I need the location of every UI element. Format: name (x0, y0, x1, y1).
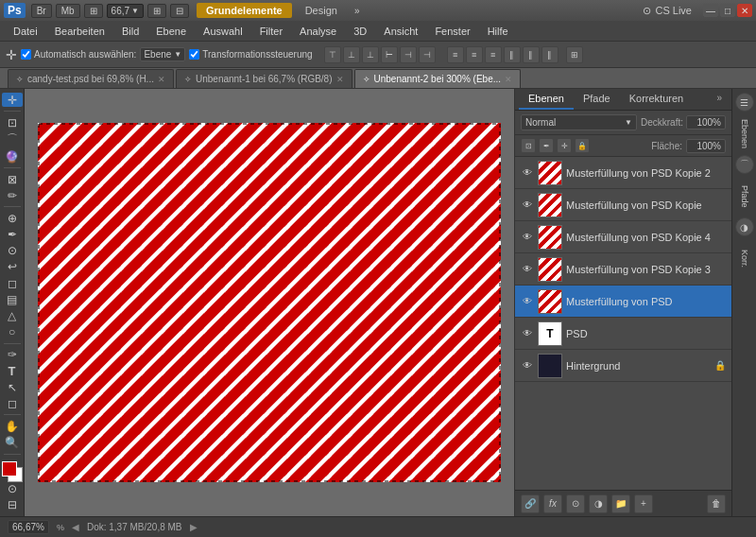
crop-tool[interactable]: ⊠ (2, 172, 23, 186)
menu-ansicht[interactable]: Ansicht (376, 24, 425, 39)
minimize-btn[interactable]: — (703, 4, 718, 17)
transform-input[interactable] (189, 49, 199, 60)
design-btn[interactable]: Design (296, 3, 347, 18)
align-vcenter-icon[interactable]: ⊥ (343, 46, 360, 63)
icon-box-1[interactable]: ⊞ (84, 4, 103, 18)
shape-tool[interactable]: ◻ (2, 396, 23, 410)
layer-item-4[interactable]: 👁 Musterfüllung von PSD (515, 286, 731, 318)
mask-btn[interactable]: ⊙ (566, 494, 585, 513)
layer-5-eye[interactable]: 👁 (521, 327, 534, 340)
lock-pixels-icon[interactable]: ✒ (539, 138, 554, 153)
history-tool[interactable]: ↩ (2, 260, 23, 274)
brush-tool[interactable]: ✒ (2, 227, 23, 241)
auto-select-dropdown[interactable]: Ebene ▼ (140, 47, 185, 61)
fill-value[interactable]: 100% (686, 139, 726, 153)
screen-mode-btn[interactable]: ⊟ (2, 498, 23, 512)
align-bottom-icon[interactable]: ⊥ (362, 46, 379, 63)
layer-4-eye[interactable]: 👁 (521, 295, 534, 308)
status-zoom-input[interactable]: 66,67% (8, 520, 49, 534)
dist-bottom-icon[interactable]: ≡ (485, 46, 502, 63)
move-tool[interactable]: ✛ (2, 93, 23, 107)
layer-6-eye[interactable]: 👁 (521, 359, 534, 372)
icon-box-3[interactable]: ⊟ (170, 4, 189, 18)
menu-analyse[interactable]: Analyse (292, 24, 344, 39)
type-tool[interactable]: T (2, 364, 23, 378)
fx-btn[interactable]: fx (543, 494, 562, 513)
layer-3-eye[interactable]: 👁 (521, 263, 534, 276)
tab-2[interactable]: ✧ Unbenannt-2 bei 300% (Ebe... ✕ (354, 69, 522, 88)
panel-tab-more[interactable]: » (711, 89, 728, 110)
dock-pfade-btn[interactable]: Pfade (734, 178, 755, 216)
panel-tab-ebenen[interactable]: Ebenen (519, 89, 574, 110)
grundelemente-btn[interactable]: Grundelemente (197, 3, 292, 18)
blur-tool[interactable]: △ (2, 308, 23, 322)
menu-auswahl[interactable]: Auswahl (196, 24, 250, 39)
color-boxes[interactable] (2, 461, 23, 476)
clone-tool[interactable]: ⊙ (2, 244, 23, 258)
menu-ebene[interactable]: Ebene (148, 24, 194, 39)
eyedropper-tool[interactable]: ✏ (2, 188, 23, 202)
auto-select-checkbox[interactable]: Automatisch auswählen: (21, 49, 136, 60)
blend-mode-dropdown[interactable]: Normal ▼ (521, 114, 637, 130)
menu-hilfe[interactable]: Hilfe (480, 24, 516, 39)
layer-0-eye[interactable]: 👁 (521, 166, 534, 180)
lasso-tool[interactable]: ⌒ (2, 131, 23, 147)
delete-layer-btn[interactable]: 🗑 (707, 494, 726, 513)
menu-bearbeiten[interactable]: Bearbeiten (47, 24, 112, 39)
dist-right-icon[interactable]: ∥ (541, 46, 558, 63)
gradient-tool[interactable]: ▤ (2, 292, 23, 306)
eraser-tool[interactable]: ◻ (2, 276, 23, 290)
lock-all-icon[interactable]: 🔒 (575, 138, 590, 153)
marquee-tool[interactable]: ⊡ (2, 115, 23, 130)
quick-mask-btn[interactable]: ⊙ (2, 482, 23, 496)
auto-select-input[interactable] (21, 49, 31, 60)
adjustment-btn[interactable]: ◑ (589, 494, 608, 513)
dist-hcenter-icon[interactable]: ∥ (523, 46, 540, 63)
close-btn[interactable]: ✕ (737, 4, 752, 17)
dock-ebenen-btn[interactable]: Ebenen (734, 115, 755, 153)
more-btn[interactable]: » (351, 4, 364, 18)
align-left-icon[interactable]: ⊢ (381, 46, 398, 63)
layer-item-2[interactable]: 👁 Musterfüllung von PSD Kopie 4 (515, 221, 731, 253)
menu-fenster[interactable]: Fenster (427, 24, 477, 39)
tab-0-close[interactable]: ✕ (158, 75, 165, 84)
layer-2-eye[interactable]: 👁 (521, 231, 534, 244)
tab-1[interactable]: ✧ Unbenannt-1 bei 66,7% (RGB/8) ✕ (176, 69, 352, 88)
tab-2-close[interactable]: ✕ (505, 75, 512, 84)
opacity-value[interactable]: 100% (686, 115, 726, 130)
menu-filter[interactable]: Filter (252, 24, 290, 39)
layer-item-5[interactable]: 👁 T PSD (515, 318, 731, 350)
layer-item-6[interactable]: 👁 Hintergrund 🔒 (515, 350, 731, 382)
pen-tool[interactable]: ✑ (2, 348, 23, 362)
align-top-icon[interactable]: ⊤ (324, 46, 341, 63)
panel-tab-korrekturen[interactable]: Korrekturen (620, 89, 693, 110)
new-layer-btn[interactable]: + (634, 494, 653, 513)
transform-checkbox[interactable]: Transformationssteuerung (189, 49, 312, 60)
auto-align-icon[interactable]: ⊞ (566, 46, 583, 63)
path-select-tool[interactable]: ↖ (2, 380, 23, 394)
quick-select-tool[interactable]: 🔮 (2, 149, 23, 164)
layer-item-1[interactable]: 👁 Musterfüllung von PSD Kopie (515, 189, 731, 221)
panel-tab-pfade[interactable]: Pfade (574, 89, 620, 110)
status-left-arrow[interactable]: ◀ (72, 522, 79, 532)
zoom-tool[interactable]: 🔍 (2, 435, 23, 449)
maximize-btn[interactable]: □ (720, 4, 735, 17)
layer-item-0[interactable]: 👁 Musterfüllung von PSD Kopie 2 (515, 157, 731, 189)
dock-korrekturen-btn[interactable]: Korr. (734, 240, 755, 278)
canvas-document[interactable] (38, 123, 501, 482)
foreground-color[interactable] (2, 461, 17, 476)
minibr-btn[interactable]: Mb (56, 4, 80, 18)
tab-1-close[interactable]: ✕ (336, 75, 344, 84)
hand-tool[interactable]: ✋ (2, 419, 23, 433)
heal-tool[interactable]: ⊕ (2, 211, 23, 225)
link-layers-btn[interactable]: 🔗 (521, 494, 540, 513)
lock-position-icon[interactable]: ✛ (557, 138, 572, 153)
layer-1-eye[interactable]: 👁 (521, 199, 534, 212)
group-btn[interactable]: 📁 (611, 494, 630, 513)
menu-bild[interactable]: Bild (114, 24, 146, 39)
dist-top-icon[interactable]: ≡ (447, 46, 464, 63)
menu-3d[interactable]: 3D (346, 24, 374, 39)
dist-left-icon[interactable]: ∥ (504, 46, 521, 63)
menu-datei[interactable]: Datei (6, 24, 45, 39)
bridge-btn[interactable]: Br (31, 4, 52, 18)
